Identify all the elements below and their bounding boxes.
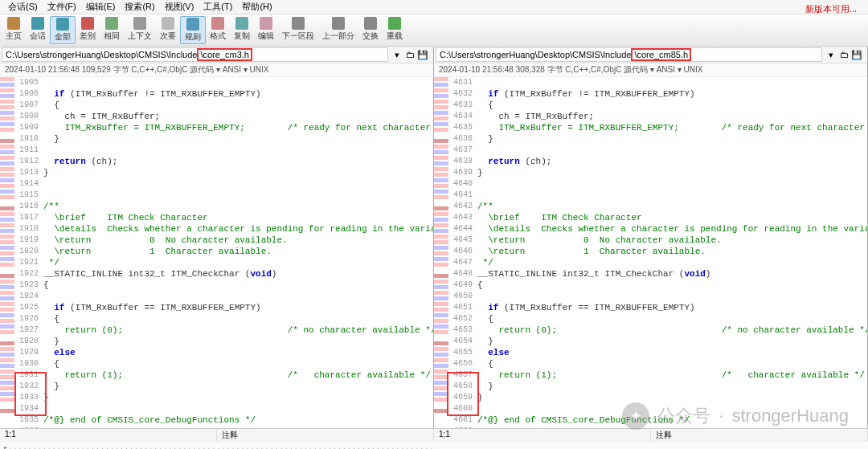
code-line[interactable]: else [476,347,867,358]
code-line[interactable]: else [42,347,433,358]
code-line[interactable]: ITM_RxBuffer = ITM_RXBUFFER_EMPTY; /* re… [476,122,867,133]
code-line[interactable] [42,145,433,156]
toolbar-上下文-button[interactable]: 上下文 [124,16,156,44]
code-line[interactable]: return (1); /* character available */ [476,369,867,381]
code-line[interactable]: } [476,392,867,403]
code-line[interactable] [476,291,867,302]
code-line[interactable]: __STATIC_INLINE int32_t ITM_CheckChar (v… [42,268,433,280]
code-line[interactable]: { [42,100,433,111]
code-line[interactable]: } [42,133,433,145]
menu-item[interactable]: 文件(F) [43,0,81,13]
folder-open-icon[interactable]: 🗀 [838,49,850,60]
code-line[interactable]: /*@} end of CMSIS_core_DebugFunctions */ [476,414,867,426]
toolbar-相同-button[interactable]: 相同 [100,16,124,44]
code-line[interactable]: if (ITM_RxBuffer != ITM_RXBUFFER_EMPTY) [476,88,867,100]
code-line[interactable]: } [42,381,433,392]
code-line[interactable]: } [42,167,433,178]
toolbar-次要-button[interactable]: 次要 [156,16,180,44]
code-line[interactable]: return (0); /* no character available */ [42,325,433,336]
toolbar-规则-button[interactable]: 规则 [180,16,206,44]
toolbar-上一部分-button[interactable]: 上一部分 [318,16,358,44]
code-line[interactable] [476,426,867,428]
code-line[interactable]: return (0); /* no character available */ [476,325,867,336]
dropdown-icon[interactable]: ▾ [825,49,837,60]
code-line[interactable]: \return 0 No character available. [476,235,867,246]
menu-item[interactable]: 编辑(E) [81,0,121,13]
toolbar-全部-button[interactable]: 全部 [50,16,76,44]
right-path-input[interactable]: C:\Users\strongerHuang\Desktop\CMSIS\Inc… [436,47,822,62]
code-line[interactable]: if (ITM_RxBuffer == ITM_RXBUFFER_EMPTY) [476,302,867,313]
code-line[interactable] [476,190,867,201]
code-line[interactable]: \brief ITM Check Character [476,212,867,223]
code-line[interactable] [42,291,433,302]
code-line[interactable]: return (ch); [42,156,433,167]
code-line[interactable]: \return 0 No character available. [42,235,433,246]
code-line[interactable]: */ [42,257,433,268]
code-line[interactable]: { [42,313,433,325]
new-version-link[interactable]: 新版本可用... [800,2,862,17]
left-code[interactable]: if (ITM_RxBuffer != ITM_RXBUFFER_EMPTY) … [42,77,433,428]
code-line[interactable]: { [476,100,867,111]
code-line[interactable]: __STATIC_INLINE int32_t ITM_CheckChar (v… [476,268,867,280]
code-line[interactable]: { [476,358,867,369]
code-line[interactable] [42,403,433,414]
code-line[interactable]: { [476,313,867,325]
code-line[interactable] [476,178,867,190]
code-line[interactable] [476,77,867,88]
code-line[interactable]: /** [476,201,867,212]
code-line[interactable]: \return 1 Character available. [42,246,433,257]
save-icon[interactable]: 💾 [851,49,862,60]
code-line[interactable] [42,426,433,428]
code-line[interactable]: } [476,336,867,347]
code-line[interactable]: { [42,280,433,291]
code-line[interactable]: { [42,358,433,369]
toolbar-编辑-button[interactable]: 编辑 [254,16,278,44]
code-line[interactable]: \details Checks whether a character is p… [476,223,867,235]
code-line[interactable]: /** [42,201,433,212]
code-line[interactable]: } [476,381,867,392]
folder-open-icon[interactable]: 🗀 [404,49,416,60]
left-path-input[interactable]: C:\Users\strongerHuang\Desktop\CMSIS\Inc… [2,47,388,62]
code-line[interactable]: \return 1 Character available. [476,246,867,257]
code-line[interactable] [42,190,433,201]
toolbar-格式-button[interactable]: 格式 [206,16,230,44]
code-line[interactable]: if (ITM_RxBuffer != ITM_RXBUFFER_EMPTY) [42,88,433,100]
code-line[interactable]: } [476,133,867,145]
right-minimap[interactable] [434,77,448,428]
code-line[interactable]: } [476,167,867,178]
toolbar-差别-button[interactable]: 差别 [76,16,100,44]
code-line[interactable]: ITM_RxBuffer = ITM_RXBUFFER_EMPTY; /* re… [42,122,433,133]
toolbar-交换-button[interactable]: 交换 [358,16,383,44]
toolbar-重载-button[interactable]: 重载 [383,16,407,44]
code-line[interactable]: \brief ITM Check Character [42,212,433,223]
toolbar-复制-button[interactable]: 复制 [230,16,254,44]
code-line[interactable] [42,77,433,88]
line-number: 1935 [14,414,39,426]
code-line[interactable] [42,178,433,190]
dropdown-icon[interactable]: ▾ [391,49,403,60]
menu-item[interactable]: 帮助(H) [237,0,276,13]
code-line[interactable]: if (ITM_RxBuffer == ITM_RXBUFFER_EMPTY) [42,302,433,313]
code-line[interactable] [476,403,867,414]
code-line[interactable] [476,145,867,156]
toolbar-主页-button[interactable]: 主页 [2,16,26,44]
menu-item[interactable]: 工具(T) [199,0,237,13]
right-code[interactable]: if (ITM_RxBuffer != ITM_RXBUFFER_EMPTY) … [476,77,867,428]
menu-item[interactable]: 会话(S) [3,0,43,13]
code-line[interactable]: { [476,280,867,291]
code-line[interactable]: return (1); /* character available */ [42,369,433,381]
code-line[interactable]: return (ch); [476,156,867,167]
code-line[interactable]: */ [476,257,867,268]
code-line[interactable]: ch = ITM_RxBuffer; [476,111,867,122]
code-line[interactable]: } [42,336,433,347]
code-line[interactable]: ch = ITM_RxBuffer; [42,111,433,122]
menu-item[interactable]: 搜索(R) [120,0,159,13]
toolbar-会话-button[interactable]: 会话 [26,16,50,44]
menu-item[interactable]: 视图(V) [160,0,199,13]
code-line[interactable]: /*@} end of CMSIS_core_DebugFunctions */ [42,414,433,426]
save-icon[interactable]: 💾 [417,49,428,60]
toolbar-下一区段-button[interactable]: 下一区段 [278,16,318,44]
code-line[interactable]: \details Checks whether a character is p… [42,223,433,235]
left-minimap[interactable] [0,77,14,428]
code-line[interactable]: } [42,392,433,403]
